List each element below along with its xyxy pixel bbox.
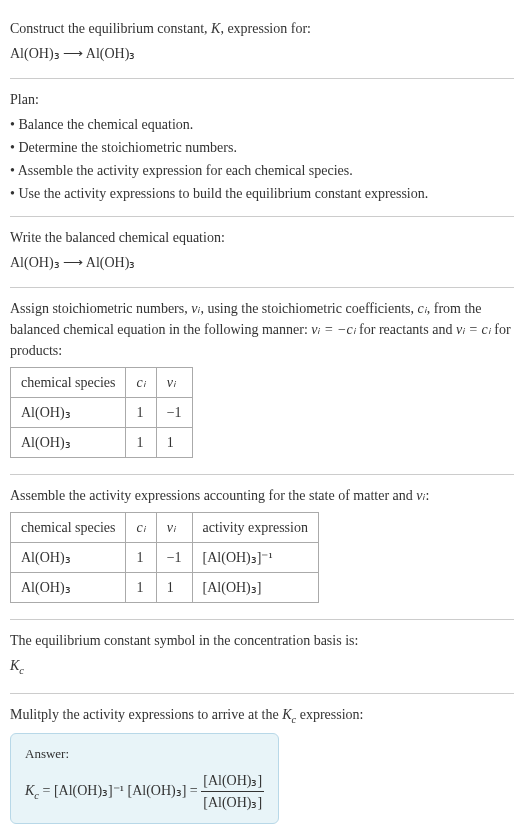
table-header: chemical species (11, 368, 126, 398)
stoich-c: cᵢ (418, 301, 427, 316)
plan-section: Plan: • Balance the chemical equation. •… (10, 79, 514, 217)
table-header: νᵢ (156, 513, 192, 543)
table-header-row: chemical species cᵢ νᵢ activity expressi… (11, 513, 319, 543)
table-header: νᵢ (156, 368, 192, 398)
multiply-kc: K (282, 707, 291, 722)
activity-section: Assemble the activity expressions accoun… (10, 475, 514, 620)
table-cell: Al(OH)₃ (11, 398, 126, 428)
table-cell: 1 (126, 398, 156, 428)
stoich-text1: Assign stoichiometric numbers, (10, 301, 191, 316)
table-cell: Al(OH)₃ (11, 573, 126, 603)
table-cell: −1 (156, 543, 192, 573)
table-cell: 1 (156, 428, 192, 458)
answer-fraction: [Al(OH)₃][Al(OH)₃] (201, 770, 264, 813)
table-header: cᵢ (126, 368, 156, 398)
kc-sub: c (19, 665, 24, 676)
header-equation: Al(OH)₃ ⟶ Al(OH)₃ (10, 43, 514, 64)
frac-numerator: [Al(OH)₃] (201, 770, 264, 792)
plan-item: • Use the activity expressions to build … (10, 183, 514, 204)
frac-denominator: [Al(OH)₃] (201, 792, 264, 813)
table-cell: 1 (126, 543, 156, 573)
multiply-section: Mulitply the activity expressions to arr… (10, 694, 514, 833)
answer-label: Answer: (25, 744, 264, 764)
plan-title: Plan: (10, 89, 514, 110)
table-header: cᵢ (126, 513, 156, 543)
stoich-table: chemical species cᵢ νᵢ Al(OH)₃ 1 −1 Al(O… (10, 367, 193, 458)
table-cell: 1 (126, 573, 156, 603)
multiply-suffix: expression: (296, 707, 363, 722)
symbol-section: The equilibrium constant symbol in the c… (10, 620, 514, 694)
balanced-title: Write the balanced chemical equation: (10, 227, 514, 248)
table-cell: Al(OH)₃ (11, 543, 126, 573)
stoich-section: Assign stoichiometric numbers, νᵢ, using… (10, 288, 514, 475)
activity-nu: νᵢ (416, 488, 425, 503)
answer-kc: K (25, 782, 34, 797)
answer-equation: Kc = [Al(OH)₃]⁻¹ [Al(OH)₃] = [Al(OH)₃][A… (25, 770, 264, 813)
answer-eq: = [Al(OH)₃]⁻¹ [Al(OH)₃] = (39, 782, 201, 797)
balanced-section: Write the balanced chemical equation: Al… (10, 217, 514, 288)
balanced-equation: Al(OH)₃ ⟶ Al(OH)₃ (10, 252, 514, 273)
stoich-text2: , using the stoichiometric coefficients, (200, 301, 417, 316)
table-header: activity expression (192, 513, 318, 543)
symbol-kc: Kc (10, 655, 514, 679)
plan-item: • Determine the stoichiometric numbers. (10, 137, 514, 158)
table-row: Al(OH)₃ 1 1 [Al(OH)₃] (11, 573, 319, 603)
plan-item: • Balance the chemical equation. (10, 114, 514, 135)
activity-suffix: : (426, 488, 430, 503)
table-cell: −1 (156, 398, 192, 428)
stoich-eq1: νᵢ = −cᵢ (311, 322, 355, 337)
title-k: K (211, 21, 220, 36)
kc-k: K (10, 658, 19, 673)
answer-box: Answer: Kc = [Al(OH)₃]⁻¹ [Al(OH)₃] = [Al… (10, 733, 279, 824)
multiply-text: Mulitply the activity expressions to arr… (10, 704, 514, 728)
plan-list: • Balance the chemical equation. • Deter… (10, 114, 514, 204)
header-section: Construct the equilibrium constant, K, e… (10, 8, 514, 79)
table-cell: 1 (126, 428, 156, 458)
activity-table: chemical species cᵢ νᵢ activity expressi… (10, 512, 319, 603)
table-cell: [Al(OH)₃] (192, 573, 318, 603)
symbol-text: The equilibrium constant symbol in the c… (10, 630, 514, 651)
table-header-row: chemical species cᵢ νᵢ (11, 368, 193, 398)
title: Construct the equilibrium constant, K, e… (10, 18, 514, 39)
activity-title: Assemble the activity expressions accoun… (10, 485, 514, 506)
stoich-eq2: νᵢ = cᵢ (456, 322, 491, 337)
stoich-text: Assign stoichiometric numbers, νᵢ, using… (10, 298, 514, 361)
table-row: Al(OH)₃ 1 −1 (11, 398, 193, 428)
multiply-prefix: Mulitply the activity expressions to arr… (10, 707, 282, 722)
table-row: Al(OH)₃ 1 −1 [Al(OH)₃]⁻¹ (11, 543, 319, 573)
title-suffix: , expression for: (220, 21, 311, 36)
stoich-text4: for reactants and (356, 322, 456, 337)
table-row: Al(OH)₃ 1 1 (11, 428, 193, 458)
activity-prefix: Assemble the activity expressions accoun… (10, 488, 416, 503)
table-cell: 1 (156, 573, 192, 603)
table-cell: [Al(OH)₃]⁻¹ (192, 543, 318, 573)
title-prefix: Construct the equilibrium constant, (10, 21, 211, 36)
table-header: chemical species (11, 513, 126, 543)
table-cell: Al(OH)₃ (11, 428, 126, 458)
plan-item: • Assemble the activity expression for e… (10, 160, 514, 181)
